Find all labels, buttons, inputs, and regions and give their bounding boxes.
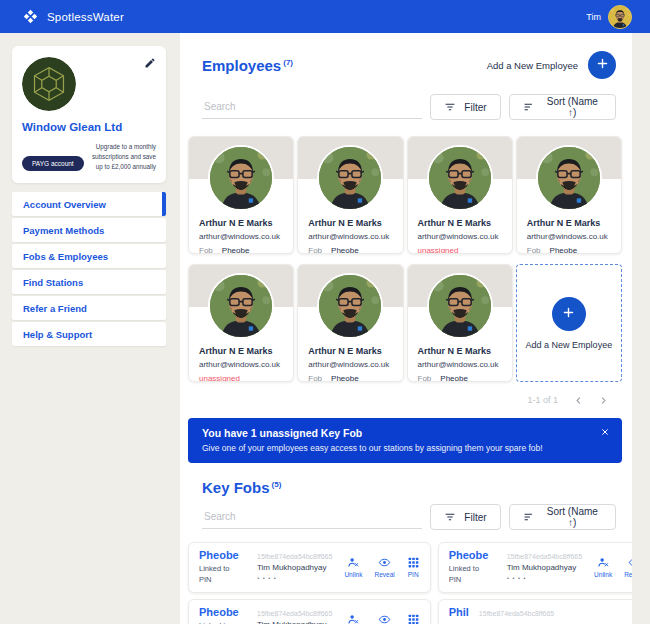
sidebar-item-refer-a-friend[interactable]: Refer a Friend: [12, 296, 166, 320]
fob-action-unlink[interactable]: Unlink: [344, 556, 362, 579]
employee-email: arthur@windows.co.uk: [418, 360, 502, 369]
sidebar-item-label: Refer a Friend: [23, 303, 87, 314]
fob-member: Tim Mukhopadhyay: [257, 620, 332, 624]
chevron-left-icon: [574, 397, 583, 407]
key-fob-card[interactable]: Phil 15fbe874eda54bc8ff665 Not Linked wi…: [438, 599, 632, 624]
sidebar-item-payment-methods[interactable]: Payment Methods: [12, 218, 166, 242]
unlink-icon: [597, 556, 610, 569]
employee-card[interactable]: Arthur N E Marks arthur@windows.co.uk Fo…: [516, 136, 622, 254]
fob-status-unassigned: unassigned: [199, 374, 240, 382]
banner-message: Give one of your employees easy access t…: [202, 443, 588, 453]
fob-actions: UnlinkRevealPIN: [344, 606, 419, 624]
reveal-icon: [628, 556, 632, 569]
employee-card[interactable]: Arthur N E Marks arthur@windows.co.uk un…: [188, 264, 294, 382]
brand[interactable]: SpotlessWater: [22, 8, 124, 25]
key-fobs-title: Key Fobs(5): [202, 479, 281, 496]
sidebar-item-label: Help & Support: [23, 329, 92, 340]
fob-action-reveal[interactable]: Reveal: [374, 613, 394, 624]
fob-label: Fob: [418, 374, 432, 382]
employee-name: Arthur N E Marks: [199, 346, 283, 356]
key-fob-card[interactable]: Pheobe Linked to PIN 15fbe874eda54bc8ff6…: [188, 542, 431, 593]
sidebar-item-find-stations[interactable]: Find Stations: [12, 270, 166, 294]
key-fobs-search-input[interactable]: [202, 505, 422, 529]
employees-sort-button[interactable]: Sort (Name ↑): [509, 94, 616, 120]
pin-icon: [407, 613, 420, 624]
user-avatar[interactable]: [608, 5, 632, 29]
fob-id: 15fbe874eda54bc8ff665: [479, 606, 554, 617]
diamond-logo-icon: [22, 8, 39, 25]
main-panel: Employees(7) Add a New Employee Filter: [180, 33, 632, 624]
sidebar-item-label: Find Stations: [23, 277, 83, 288]
employee-card[interactable]: Arthur N E Marks arthur@windows.co.uk un…: [407, 136, 513, 254]
employee-card[interactable]: Arthur N E Marks arthur@windows.co.uk Fo…: [407, 264, 513, 382]
chevron-right-icon: [599, 397, 608, 407]
fob-linked-label: Linked to PIN: [449, 564, 489, 585]
brand-name: SpotlessWater: [47, 11, 124, 23]
fob-action-reveal[interactable]: Reveal: [374, 556, 394, 579]
key-fobs-sort-button[interactable]: Sort (Name ↑): [509, 504, 616, 530]
employees-search-input[interactable]: [202, 95, 422, 119]
close-icon[interactable]: [601, 428, 609, 436]
fob-action-reveal[interactable]: Reveal: [624, 556, 632, 579]
sidebar-item-fobs-employees[interactable]: Fobs & Employees: [12, 244, 166, 268]
fob-actions: UnlinkRevealPIN: [594, 549, 632, 585]
employee-card[interactable]: Arthur N E Marks arthur@windows.co.uk Fo…: [297, 264, 403, 382]
plus-icon: [596, 57, 609, 73]
fob-action-pin[interactable]: PIN: [407, 556, 420, 579]
employees-filter-button[interactable]: Filter: [430, 94, 500, 120]
fob-actions: UnlinkRevealPIN: [344, 549, 419, 585]
key-fobs-filter-button[interactable]: Filter: [430, 504, 500, 530]
fob-pin-mask: ....: [257, 572, 332, 581]
employee-name: Arthur N E Marks: [199, 218, 283, 228]
key-fob-card[interactable]: Pheobe Linked to PIN 15fbe874eda54bc8ff6…: [188, 599, 431, 624]
sidebar-item-help-support[interactable]: Help & Support: [12, 322, 166, 346]
company-profile-card: Window Glean Ltd PAYG account Upgrade to…: [12, 46, 166, 183]
employee-fob-row: unassigned: [418, 246, 502, 254]
sidebar-item-label: Account Overview: [23, 199, 106, 210]
add-employee-card-button[interactable]: [552, 297, 586, 331]
banner-title: You have 1 unassigned Key Fob: [202, 427, 588, 439]
employees-count: (7): [283, 58, 293, 67]
user-name: Tim: [586, 12, 601, 22]
fob-action-pin[interactable]: PIN: [407, 613, 420, 624]
pagination-next-button[interactable]: [599, 396, 608, 405]
employee-card[interactable]: Arthur N E Marks arthur@windows.co.uk Fo…: [188, 136, 294, 254]
fob-label: Fob: [308, 374, 322, 382]
fob-action-unlink[interactable]: Unlink: [594, 556, 612, 579]
fob-name: Pheobe: [449, 549, 495, 561]
fob-name: Pheobe: [199, 549, 245, 561]
add-employee-card-label: Add a New Employee: [526, 340, 613, 350]
employee-email: arthur@windows.co.uk: [199, 360, 283, 369]
pagination-prev-button[interactable]: [574, 396, 583, 405]
add-employee-card[interactable]: Add a New Employee: [516, 264, 622, 382]
key-fob-card[interactable]: Pheobe Linked to PIN 15fbe874eda54bc8ff6…: [438, 542, 632, 593]
add-new-employee[interactable]: Add a New Employee: [487, 51, 616, 79]
fob-name: Pheobe: [440, 374, 468, 382]
employee-photo: [536, 145, 602, 211]
fob-label: Fob: [199, 246, 213, 254]
pencil-icon[interactable]: [144, 55, 156, 67]
add-employee-button[interactable]: [588, 51, 616, 79]
company-name: Window Glean Ltd: [22, 121, 156, 133]
reveal-icon: [378, 556, 391, 569]
employee-name: Arthur N E Marks: [527, 218, 611, 228]
employee-email: arthur@windows.co.uk: [308, 232, 392, 241]
employee-name: Arthur N E Marks: [418, 346, 502, 356]
employee-name: Arthur N E Marks: [418, 218, 502, 228]
top-header: SpotlessWater Tim: [0, 0, 650, 33]
employee-fob-row: FobPheobe: [199, 246, 283, 254]
user-menu[interactable]: Tim: [586, 5, 632, 29]
sidebar-item-account-overview[interactable]: Account Overview: [12, 192, 166, 216]
fob-id: 15fbe874eda54bc8ff665: [257, 606, 332, 617]
fob-action-unlink[interactable]: Unlink: [344, 613, 362, 624]
unassigned-fob-banner: You have 1 unassigned Key Fob Give one o…: [188, 418, 622, 463]
sidebar-item-label: Fobs & Employees: [23, 251, 108, 262]
fob-id: 15fbe874eda54bc8ff665: [257, 549, 332, 560]
fob-label: Fob: [527, 246, 541, 254]
sort-icon: [523, 101, 535, 113]
sidebar-item-label: Payment Methods: [23, 225, 104, 236]
employee-fob-row: FobPheobe: [418, 374, 502, 382]
employee-photo: [427, 273, 493, 339]
employee-card[interactable]: Arthur N E Marks arthur@windows.co.uk Fo…: [297, 136, 403, 254]
employee-email: arthur@windows.co.uk: [418, 232, 502, 241]
